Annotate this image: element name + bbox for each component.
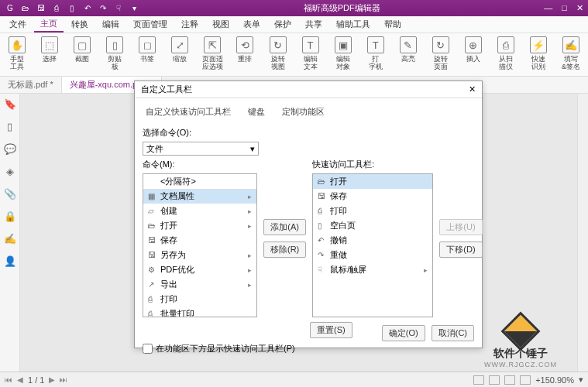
attach-icon[interactable]: 📎 [4, 188, 16, 200]
ribbon-编辑对象[interactable]: ▣编辑对象 [332, 36, 354, 70]
move-up-button[interactable]: 上移(U) [439, 219, 482, 235]
security-icon[interactable]: 🔒 [4, 211, 16, 222]
menu-帮助[interactable]: 帮助 [378, 17, 407, 32]
qat-listbox[interactable]: 🗁打开🖫保存⎙打印▯空白页↶撤销↷重做☟鼠标/触屏▸ [312, 173, 433, 317]
menu-表单[interactable]: 表单 [237, 17, 266, 32]
menu-辅助工具[interactable]: 辅助工具 [330, 17, 377, 32]
list-item[interactable]: ↶撤销 [313, 233, 432, 248]
dropdown-icon[interactable]: ▾ [129, 3, 139, 14]
ribbon-从扫描仪[interactable]: ⎙从扫描仪 [495, 36, 517, 70]
vertical-scrollbar[interactable] [577, 94, 588, 372]
menu-主页[interactable]: 主页 [34, 16, 64, 33]
page-indicator[interactable]: 1 / 1 [28, 375, 44, 385]
list-item[interactable]: ⎙打印 [143, 292, 256, 307]
menu-文件[interactable]: 文件 [3, 17, 33, 32]
touch-icon[interactable]: ☟ [113, 3, 124, 14]
item-label: 打开 [330, 176, 347, 187]
ribbon-插入[interactable]: ⊕插入 [462, 36, 484, 63]
ribbon-书签[interactable]: ◻书签 [136, 36, 158, 63]
list-item[interactable]: ▱创建▸ [143, 204, 256, 218]
view-mode-4-icon[interactable] [520, 375, 531, 385]
document-tab[interactable]: 无标题.pdf * [0, 77, 62, 93]
ok-button[interactable]: 确定(O) [382, 325, 425, 341]
list-item[interactable]: 🖫保存 [313, 189, 432, 204]
list-item[interactable]: <分隔符> [143, 174, 256, 189]
page-icon[interactable]: ▯ [67, 3, 77, 14]
menu-共享[interactable]: 共享 [299, 17, 328, 32]
ribbon-重排[interactable]: ⟲重排 [234, 36, 256, 63]
menu-转换[interactable]: 转换 [65, 17, 95, 32]
list-item[interactable]: 🗁打开 [313, 174, 432, 189]
next-page-button[interactable]: ▶ [49, 375, 55, 384]
prev-page-button[interactable]: ◀ [17, 375, 23, 384]
list-item[interactable]: ⎙批量打印 [143, 307, 256, 317]
dialog-close-button[interactable]: ✕ [469, 84, 476, 94]
menu-注释[interactable]: 注释 [175, 17, 205, 32]
item-icon: ▦ [148, 192, 157, 200]
list-item[interactable]: ▯空白页 [313, 218, 432, 233]
ribbon-高亮[interactable]: ✎高亮 [397, 36, 419, 63]
view-mode-1-icon[interactable] [473, 375, 484, 385]
ribbon-剪贴板[interactable]: ▯剪贴板 [104, 36, 126, 70]
close-button[interactable]: ✕ [576, 3, 583, 13]
list-item[interactable]: 🖫保存 [143, 233, 256, 248]
menu-页面管理[interactable]: 页面管理 [127, 17, 174, 32]
maximize-button[interactable]: □ [562, 3, 567, 13]
pages-icon[interactable]: ▯ [7, 121, 12, 132]
ribbon-页面适应选项[interactable]: ⇱页面适应选项 [201, 36, 223, 70]
signature-icon[interactable]: ✍ [4, 233, 16, 245]
menu-视图[interactable]: 视图 [206, 17, 236, 32]
menu-编辑[interactable]: 编辑 [96, 17, 126, 32]
cancel-button[interactable]: 取消(C) [432, 325, 474, 341]
layers-icon[interactable]: ◈ [6, 166, 14, 177]
list-item[interactable]: ↗导出▸ [143, 277, 256, 292]
reset-button[interactable]: 重置(S) [310, 322, 352, 338]
view-mode-3-icon[interactable] [504, 375, 515, 385]
remove-button[interactable]: 移除(R) [263, 241, 306, 258]
undo-icon[interactable]: ↶ [82, 3, 93, 14]
ribbon-旋转页面[interactable]: ↻旋转页面 [430, 36, 452, 70]
print-icon[interactable]: ⎙ [51, 3, 62, 14]
zoom-dropdown-icon[interactable]: ▾ [579, 375, 583, 385]
comment-icon[interactable]: 💬 [4, 143, 16, 155]
ribbon-icon: ⊕ [465, 36, 482, 53]
dialog-tab[interactable]: 定制功能区 [279, 104, 328, 119]
ribbon-截图[interactable]: ▢截图 [71, 36, 93, 63]
add-button[interactable]: 添加(A) [263, 219, 306, 235]
category-select[interactable]: 文件 ▾ [143, 142, 259, 156]
ribbon-填写&签名[interactable]: ✍填写&签名 [560, 36, 582, 70]
ribbon-打字机[interactable]: T打字机 [365, 36, 387, 70]
ribbon-旋转视图[interactable]: ↻旋转视图 [267, 36, 289, 70]
first-page-button[interactable]: ⏮ [5, 375, 12, 384]
ribbon-编辑文本[interactable]: T编辑文本 [300, 36, 322, 70]
commands-listbox[interactable]: <分隔符>▦文档属性▸▱创建▸🗁打开▸🖫保存🖫另存为▸⚙PDF优化▸↗导出▸⎙打… [143, 173, 257, 317]
ribbon-选择[interactable]: ⬚选择 [39, 36, 60, 63]
last-page-button[interactable]: ⏭ [60, 375, 67, 384]
redo-icon[interactable]: ↷ [98, 3, 108, 14]
person-icon[interactable]: 👤 [4, 255, 16, 267]
move-down-button[interactable]: 下移(D) [439, 241, 482, 258]
list-item[interactable]: ↷重做 [313, 248, 432, 262]
show-below-checkbox[interactable] [143, 344, 153, 354]
ribbon-缩放[interactable]: ⤢缩放 [169, 36, 191, 63]
list-item[interactable]: ⎙打印 [313, 204, 432, 218]
ribbon-label: 重排 [238, 55, 252, 63]
view-mode-2-icon[interactable] [489, 375, 500, 385]
list-item[interactable]: ⚙PDF优化▸ [143, 262, 256, 277]
list-item[interactable]: 🖫另存为▸ [143, 248, 256, 262]
item-label: 重做 [330, 249, 347, 261]
ribbon-快速识别[interactable]: ⚡快速识别 [528, 36, 549, 70]
bookmark-icon[interactable]: 🔖 [4, 98, 16, 110]
minimize-button[interactable]: — [544, 3, 552, 13]
list-item[interactable]: ▦文档属性▸ [143, 189, 256, 204]
dialog-tab[interactable]: 键盘 [245, 104, 268, 119]
dialog-tab[interactable]: 自定义快速访问工具栏 [143, 104, 234, 119]
list-item[interactable]: 🗁打开▸ [143, 218, 256, 233]
open-icon[interactable]: 🗁 [20, 3, 31, 14]
list-item[interactable]: ☟鼠标/触屏▸ [313, 262, 432, 277]
zoom-value[interactable]: +150.90% [535, 375, 574, 385]
save-icon[interactable]: 🖫 [36, 3, 46, 14]
ribbon-icon: ⬚ [41, 36, 58, 53]
ribbon-手型工具[interactable]: ✋手型工具 [6, 36, 28, 70]
menu-保护[interactable]: 保护 [268, 17, 297, 32]
